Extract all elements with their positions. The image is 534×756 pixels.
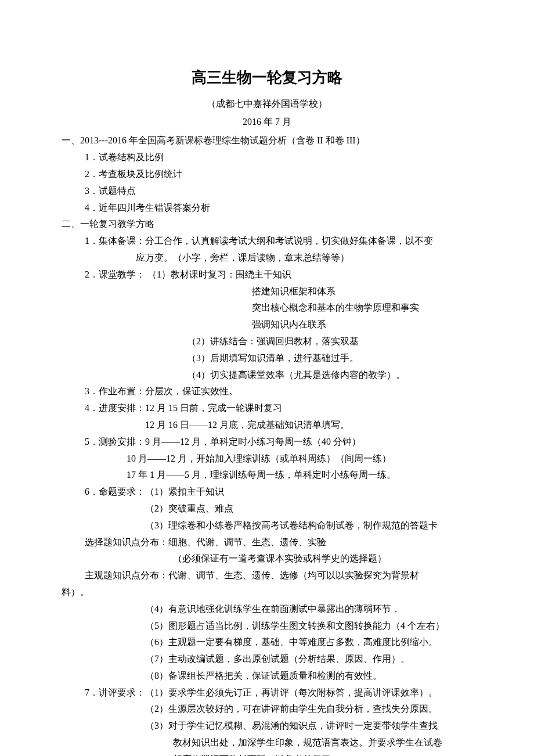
sec2-p7-line3c: 相应位置记下教材页码，以备考前复习。 xyxy=(62,751,472,756)
sec2-p2-line2: 搭建知识框架和体系 xyxy=(62,283,472,300)
sec2-p2-line5: （2）讲练结合：强调回归教材，落实双基 xyxy=(62,333,472,350)
sec1-item-1: 1．试卷结构及比例 xyxy=(62,149,472,166)
sec1-item-2: 2．考查板块及比例统计 xyxy=(62,166,472,183)
sec2-p6-line9: （6）主观题一定要有梯度，基础、中等难度占多数，高难度比例缩小。 xyxy=(62,634,472,651)
sec2-p7-line3b: 教材知识出处，加深学生印象，规范语言表达。并要求学生在试卷 xyxy=(62,735,472,751)
section-1-heading: 一、2013---2016 年全国高考新课标卷理综生物试题分析（含卷 II 和卷… xyxy=(62,132,472,149)
sec2-p6-line6: 主观题知识点分布：代谢、调节、生态、遗传、选修（均可以以实验探究为背景材 xyxy=(62,567,472,584)
sec2-p6-line7: （4）有意识地强化训练学生在前面测试中暴露出的薄弱环节． xyxy=(62,601,472,618)
sec1-item-3: 3．试题特点 xyxy=(62,183,472,200)
sec2-p2-line4: 强调知识内在联系 xyxy=(62,316,472,333)
sec2-p1-line1: 1．集体备课：分工合作，认真解读考试大纲和考试说明，切实做好集体备课，以不变 xyxy=(62,233,472,250)
sec2-p6-line8: （5）图形题占适当比例，训练学生图文转换和文图转换能力（4 个左右） xyxy=(62,618,472,635)
sec1-item-4: 4．近年四川考生错误答案分析 xyxy=(62,200,472,217)
sec2-p7-line3a: （3）对于学生记忆模糊、易混淆的知识点，讲评时一定要带领学生查找 xyxy=(62,718,472,735)
sec2-p2-line7: （4）切实提高课堂效率（尤其是选修内容的教学）。 xyxy=(62,367,472,384)
sec2-p6-line10: （7）主动改编试题，多出原创试题（分析结果、原因、作用）。 xyxy=(62,651,472,668)
document-page: 高三生物一轮复习方略 （成都七中嘉祥外国语学校） 2016 年 7 月 一、20… xyxy=(0,0,534,756)
sec2-p6-line5: （必须保证有一道考查课本实验或科学史的选择题） xyxy=(62,550,472,567)
sec2-p4-line2: 12 月 16 日——12 月底，完成基础知识清单填写。 xyxy=(62,417,472,434)
sec2-p1-line2: 应万变。（小字，旁栏，课后读物，章末总结等等） xyxy=(62,250,472,267)
sec2-p2-line3: 突出核心概念和基本的生物学原理和事实 xyxy=(62,300,472,316)
document-date: 2016 年 7 月 xyxy=(62,114,472,131)
sec2-p6-line6b: 料）。 xyxy=(62,584,472,601)
school-name: （成都七中嘉祥外国语学校） xyxy=(62,96,472,113)
sec2-p7-line1: 7．讲评要求：（1）要求学生必须先订正，再讲评（每次附标答，提高讲评课效率）。 xyxy=(62,685,472,701)
sec2-p6-line4: 选择题知识点分布：细胞、代谢、调节、生态、遗传、实验 xyxy=(62,534,472,551)
sec2-p5-line1: 5．测验安排：9 月——12 月，单科定时小练习每周一练（40 分钟） xyxy=(62,434,472,451)
section-2-heading: 二、一轮复习教学方略 xyxy=(62,216,472,233)
sec2-p2-line6: （3）后期填写知识清单，进行基础过手。 xyxy=(62,350,472,367)
sec2-p5-line3: 17 年 1 月——5 月，理综训练每周一练，单科定时小练每周一练。 xyxy=(62,467,472,484)
page-title: 高三生物一轮复习方略 xyxy=(62,64,472,91)
sec2-p6-line1: 6．命题要求：（1）紧扣主干知识 xyxy=(62,484,472,501)
sec2-p2-line1: 2．课堂教学： （1）教材课时复习：围绕主干知识 xyxy=(62,267,472,283)
sec2-p7-line2: （2）生源层次较好的，可在讲评前由学生先自我分析，查找失分原因。 xyxy=(62,701,472,718)
sec2-p4-line1: 4．进度安排：12 月 15 日前，完成一轮课时复习 xyxy=(62,400,472,417)
sec2-p6-line3: （3）理综卷和小练卷严格按高考试卷结构命制试卷，制作规范的答题卡 xyxy=(62,517,472,534)
sec2-p6-line2: （2）突破重点、难点 xyxy=(62,501,472,517)
sec2-p6-line11: （8）备课组长严格把关，保证试题质量和检测的有效性。 xyxy=(62,668,472,685)
sec2-p5-line2: 10 月——12 月，开始加入理综训练（或单科周练）（间周一练） xyxy=(62,451,472,467)
sec2-p3: 3．作业布置：分层次，保证实效性。 xyxy=(62,383,472,400)
